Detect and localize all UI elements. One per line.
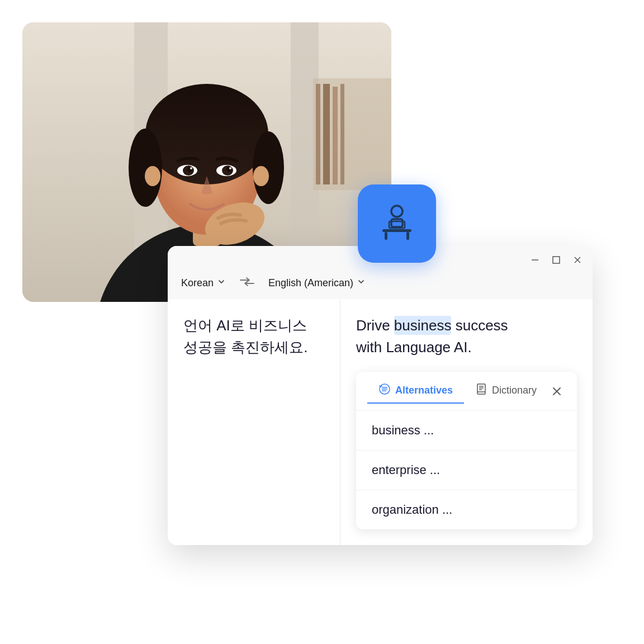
tab-dictionary-label: Dictionary [492,385,537,396]
source-language-selector[interactable]: Korean [181,277,226,289]
tab-dictionary[interactable]: Dictionary [464,378,548,404]
svg-rect-29 [385,232,387,240]
svg-point-24 [229,167,231,169]
svg-rect-30 [406,232,409,240]
svg-rect-8 [340,84,344,184]
svg-point-26 [391,206,402,217]
svg-rect-33 [553,257,560,263]
popup-tab-bar: Alternatives Dictionary [356,372,577,411]
svg-rect-27 [391,219,402,227]
list-item[interactable]: organization ... [356,490,577,529]
target-text: Drive business successwith Language AI. [356,315,577,358]
alternatives-popup: Alternatives Dictionary b [356,372,577,529]
source-text: 언어 AI로 비즈니스 성공을 촉진하세요. [183,315,324,358]
highlighted-word[interactable]: business [394,316,452,335]
source-language-label: Korean [181,277,214,289]
svg-rect-7 [333,87,338,184]
source-text-area[interactable]: 언어 AI로 비즈니스 성공을 촉진하세요. [168,299,340,545]
target-text-before: Drive [356,317,394,334]
dictionary-icon [475,383,487,398]
minimize-button[interactable] [529,254,541,266]
svg-point-16 [145,166,160,186]
svg-point-22 [226,167,232,172]
source-language-arrow [217,277,226,289]
svg-point-12 [145,84,268,184]
svg-rect-28 [382,229,411,232]
target-language-label: English (American) [268,277,353,289]
language-swap-button[interactable] [239,276,255,290]
close-button[interactable] [571,254,584,266]
popup-close-button[interactable] [548,382,566,400]
scene: Korean English (American) 언어 AI로 비즈니스 성공… [0,0,644,644]
maximize-button[interactable] [550,254,562,266]
target-text-area: Drive business successwith Language AI. … [340,299,593,545]
target-language-arrow [357,277,366,289]
app-icon-button[interactable] [358,184,436,263]
svg-point-23 [190,167,192,169]
list-item[interactable]: enterprise ... [356,451,577,490]
list-item[interactable]: business ... [356,411,577,451]
svg-point-21 [187,167,193,172]
app-icon-svg [375,201,419,246]
alternatives-icon [378,383,391,398]
tab-alternatives-label: Alternatives [395,385,453,396]
svg-rect-6 [323,84,330,184]
language-bar: Korean English (American) [168,272,593,299]
target-language-selector[interactable]: English (American) [268,277,366,289]
svg-point-13 [129,129,162,207]
translation-content: 언어 AI로 비즈니스 성공을 촉진하세요. Drive business su… [168,299,593,545]
svg-rect-5 [316,84,320,184]
tab-alternatives[interactable]: Alternatives [367,378,464,404]
translation-window: Korean English (American) 언어 AI로 비즈니스 성공… [168,246,593,545]
svg-point-15 [253,166,269,186]
alternatives-list: business ... enterprise ... organization… [356,411,577,529]
